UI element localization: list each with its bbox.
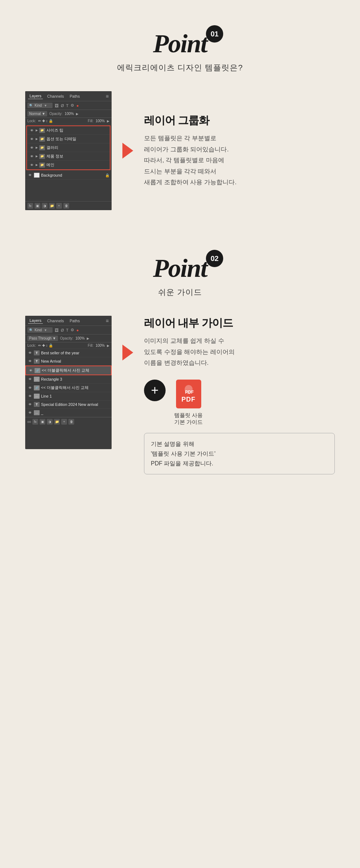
ps-footer-adj-1[interactable]: ◑ — [42, 203, 48, 209]
ps-eye-4: 👁 — [29, 155, 34, 158]
pdf-icon: PDF PDF — [176, 380, 201, 408]
ps-arrow-4: ▶ — [36, 155, 38, 158]
ps-arrow-2: ▶ — [36, 137, 38, 141]
ps-search-icon-2: 🔍 — [29, 328, 33, 332]
ps-panel1-header: Layers Channels Paths ≡ — [25, 91, 112, 101]
ps-layer-row-2[interactable]: 👁 ▶ 📁 옵션 또는 디테일 — [27, 135, 110, 143]
ps-panel-menu-icon-2[interactable]: ≡ — [106, 318, 109, 324]
ps-layer-row-line-1[interactable]: 👁 — Line 1 — [25, 392, 112, 400]
ps-tab-channels-1[interactable]: Channels — [46, 93, 65, 99]
ps-footer-del-1[interactable]: 🗑 — [63, 203, 69, 209]
ps-blending-2: Pass Through ▼ Opacity: 100% ▶ — [25, 335, 112, 342]
ps-tab-layers-1[interactable]: Layers — [28, 93, 43, 99]
ps-layer-row-rect-1[interactable]: 👁 ▭ Rectangle 3 — [25, 375, 112, 384]
point2-label: Point — [153, 254, 207, 283]
ps-eye-2: 👁 — [29, 137, 34, 141]
ps-blending-mode-1[interactable]: Normal ▼ — [27, 111, 47, 116]
point1-num: 01 — [206, 25, 223, 43]
point1-section: Point 01 에릭크리에이츠 디자인 템플릿은? Layers Channe… — [0, 0, 360, 239]
ps-footer-fx-1[interactable]: fx — [27, 203, 33, 209]
ps-layer-row-5[interactable]: 👁 ▶ 📁 메인 — [27, 161, 110, 169]
point2-info-text: 기본 설명을 위해 '템플릿 사용 기본 가이드' PDF 파일을 제공합니다. — [151, 441, 215, 466]
arrow-right-2 — [122, 345, 133, 360]
ps-opacity-label-2: Opacity: — [60, 336, 73, 340]
ps-layer-name-2: 옵션 또는 디테일 — [46, 136, 108, 142]
ps-background-row-1[interactable]: 👁 Background 🔒 — [25, 171, 112, 180]
ps-tool2-icon-d: ⚙ — [71, 328, 74, 332]
ps-tool-icon-c: T — [66, 103, 69, 108]
ps-last-icon: — — [34, 410, 40, 415]
ps-footer-group-2[interactable]: 📁 — [54, 419, 60, 425]
point2-content-row: Layers Channels Paths ≡ 🔍 Kind ▼ 🖼 Ø T ⚙… — [25, 316, 335, 474]
ps-blending-mode-2[interactable]: Pass Through ▼ — [27, 336, 58, 341]
ps-blending-1: Normal ▼ Opacity: 100% ▶ — [25, 110, 112, 118]
ps-search-box-1[interactable]: 🔍 Kind ▼ — [27, 103, 53, 108]
plus-icon: + — [144, 380, 166, 401]
ps-folder-icon-2: 📁 — [39, 137, 45, 142]
ps-footer-adj-2[interactable]: ◑ — [47, 419, 53, 425]
ps-lock-label-1: Lock: — [27, 119, 36, 123]
ps-tab-channels-2[interactable]: Channels — [46, 318, 65, 324]
ps-text-icon-3: T — [34, 402, 40, 407]
ps-tab-paths-2[interactable]: Paths — [68, 318, 81, 324]
ps-eye-t1: 👁 — [27, 351, 32, 355]
ps-layer-name-4: 제품 정보 — [46, 154, 108, 159]
ps-lock-row-2: Lock: ✏ ✚ ↕ 🔒 Fill: 100% ▶ — [25, 342, 112, 349]
ps-panel-1: Layers Channels Paths ≡ 🔍 Kind ▼ 🖼 Ø T ⚙… — [25, 91, 112, 210]
ps-eye-bg-1: 👁 — [27, 173, 32, 177]
ps-lock-row-1: Lock: ✏ ✚ ↕ 🔒 Fill: 100% ▶ — [25, 118, 112, 124]
ps-eye-s1: 👁 — [28, 369, 33, 372]
ps-opacity-arrow-1: ▶ — [76, 112, 78, 116]
ps-layer-name-t2: New Arrival — [41, 359, 109, 363]
ps-layer-row-smart-2[interactable]: 👁 🔗 << 더블클릭해서 사진 교체 — [25, 384, 112, 392]
point2-num: 02 — [206, 250, 223, 267]
ps-folder-icon-4: 📁 — [39, 154, 45, 159]
ps-layer-name-s1: << 더블클릭해서 사진 교체 — [42, 368, 109, 373]
ps-layer-row-text-3[interactable]: 👁 T Special Edition 2024 New arrival — [25, 400, 112, 409]
ps-footer-del-2[interactable]: 🗑 — [68, 419, 74, 425]
ps-tool-icon-a: 🖼 — [55, 103, 59, 108]
ps-footer-group-1[interactable]: 📁 — [49, 203, 55, 209]
ps-layer-row-text-1[interactable]: 👁 T Best seller of the year — [25, 349, 112, 357]
ps-fill-arrow-2: ▶ — [107, 344, 109, 347]
ps-layer-name-r1: Rectangle 3 — [41, 377, 109, 381]
ps-eye-r1: 👁 — [27, 377, 32, 381]
ps-tab-layers-2[interactable]: Layers — [28, 318, 43, 324]
ps-layer-row-last[interactable]: 👁 — _ — [25, 409, 112, 417]
point2-plus-wrap: + — [144, 380, 166, 401]
ps-tab-paths-1[interactable]: Paths — [68, 93, 81, 99]
ps-lock-icon-bg-1: 🔒 — [105, 173, 109, 177]
point2-subtitle: 쉬운 가이드 — [158, 287, 202, 298]
ps-footer-add-1[interactable]: + — [56, 203, 62, 209]
point2-title-wrap: Point 02 — [153, 253, 207, 283]
ps-kind-arrow-1: ▼ — [44, 104, 47, 107]
point1-content-row: Layers Channels Paths ≡ 🔍 Kind ▼ 🖼 Ø T ⚙… — [25, 91, 335, 210]
ps-layer-row-text-2[interactable]: 👁 T New Arrival — [25, 357, 112, 366]
ps-layer-row-3[interactable]: 👁 ▶ 📁 갤러리 — [27, 143, 110, 152]
point2-section: Point 02 쉬운 가이드 Layers Channels Paths ≡ … — [0, 239, 360, 503]
ps-layer-row-1[interactable]: 👁 ▶ 📁 사이즈 팁 — [27, 126, 110, 135]
ps-footer-fx-2[interactable]: fx — [32, 419, 38, 425]
ps-toolbar-2: 🔍 Kind ▼ 🖼 Ø T ⚙ ● — [25, 326, 112, 335]
ps-lock-icons-1: ✏ ✚ ↕ 🔒 — [38, 119, 53, 123]
ps-layer-row-smart-1[interactable]: 👁 🔗 << 더블클릭해서 사진 교체 — [25, 366, 112, 375]
ps-search-box-2[interactable]: 🔍 Kind ▼ — [27, 327, 53, 333]
ps-footer-mask-1[interactable]: ▣ — [35, 203, 40, 209]
ps-panel-menu-icon-1[interactable]: ≡ — [106, 93, 109, 99]
ps-toolbar-1: 🔍 Kind ▼ 🖼 Ø T ⚙ ● — [25, 101, 112, 110]
ps-layers-list-1: 👁 ▶ 📁 사이즈 팁 👁 ▶ 📁 옵션 또는 디테일 👁 ▶ 📁 갤러리 — [26, 125, 111, 170]
ps-smart-icon-1: 🔗 — [35, 368, 40, 373]
point2-pdf-wrap: PDF PDF 템플릿 사용기본 가이드 — [174, 380, 203, 426]
arrow-right-1 — [122, 143, 133, 159]
point2-desc: 레이어 내부 가이드 이미지의 교체를 쉽게 하실 수 있도록 수정을 해야하는… — [144, 316, 335, 474]
ps-layer-row-4[interactable]: 👁 ▶ 📁 제품 정보 — [27, 152, 110, 161]
point1-desc-title: 레이어 그룹화 — [144, 113, 335, 128]
ps-fill-value-2: 100% — [95, 344, 105, 347]
ps-footer-add-2[interactable]: + — [61, 419, 67, 425]
ps-footer-1: fx ▣ ◑ 📁 + 🗑 — [25, 201, 112, 210]
ps-footer-mask-2[interactable]: ▣ — [40, 419, 45, 425]
point2-desc-title: 레이어 내부 가이드 — [144, 316, 335, 331]
point1-arrow — [122, 143, 133, 159]
ps-search-icon-1: 🔍 — [29, 104, 33, 107]
ps-panel-2: Layers Channels Paths ≡ 🔍 Kind ▼ 🖼 Ø T ⚙… — [25, 316, 112, 449]
